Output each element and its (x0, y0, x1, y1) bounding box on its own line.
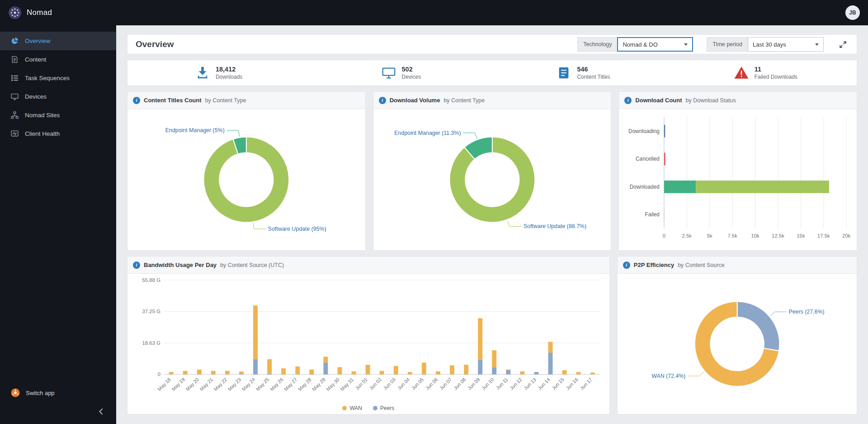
legend-dot (342, 406, 347, 410)
info-icon[interactable]: i (133, 97, 140, 104)
devices-icon (381, 65, 396, 81)
content-titles-icon (556, 65, 571, 81)
chevron-down-icon (684, 43, 688, 46)
sidebar-item-label: Task Sequences (25, 75, 70, 81)
technology-label: Technology (577, 37, 617, 52)
stat-downloads: 18,412 Downloads (127, 65, 310, 81)
legend-label: Peers (380, 405, 394, 411)
info-icon[interactable]: i (133, 262, 140, 269)
svg-text:Cancelled: Cancelled (636, 156, 660, 162)
stat-content-titles: 546 Content Titles (492, 65, 675, 81)
stat-label: Failed Downloads (755, 74, 797, 80)
app-title: Nomad (27, 8, 52, 17)
svg-text:Jun 05: Jun 05 (410, 376, 425, 391)
svg-text:5k: 5k (707, 233, 712, 238)
switch-app-button[interactable]: Switch app (0, 383, 116, 403)
stat-label: Downloads (216, 74, 242, 80)
page-title: Overview (136, 39, 174, 49)
card-title: P2P Efficiency (634, 262, 674, 268)
svg-text:37.25 G: 37.25 G (142, 309, 161, 314)
nomad-logo-icon (8, 6, 22, 19)
download-icon (195, 65, 210, 81)
svg-text:Software Update (88.7%): Software Update (88.7%) (524, 223, 586, 229)
svg-text:Failed: Failed (645, 211, 660, 218)
info-icon[interactable]: i (624, 97, 632, 104)
sidebar-item-nomad-sites[interactable]: Nomad Sites (0, 106, 116, 124)
svg-text:WAN (72.4%): WAN (72.4%) (651, 373, 685, 379)
svg-text:Jun 03: Jun 03 (382, 376, 397, 391)
card-header: i Content Titles Count by Content Type (127, 92, 365, 109)
monitor-icon (11, 93, 19, 100)
svg-text:7.5k: 7.5k (728, 233, 738, 238)
svg-text:Downloading: Downloading (628, 128, 660, 134)
svg-text:Endpoint Manager (5%): Endpoint Manager (5%) (165, 127, 225, 133)
svg-text:May 30: May 30 (325, 376, 340, 392)
technology-select[interactable]: Nomad & DO (617, 37, 693, 52)
legend-item-wan[interactable]: WAN (342, 405, 362, 411)
svg-text:May 29: May 29 (311, 376, 326, 392)
download-volume-donut-chart[interactable]: Software Update (88.7%)Endpoint Manager … (373, 109, 611, 250)
sidebar-item-content[interactable]: Content (0, 50, 116, 69)
card-title: Download Count (635, 97, 682, 104)
card-p2p-efficiency: i P2P Efficiency by Content Source Peers… (617, 256, 857, 414)
p2p-efficiency-donut-chart[interactable]: Peers (27.6%)WAN (72.4%) (618, 274, 857, 414)
svg-text:Jun 06: Jun 06 (425, 376, 439, 391)
card-download-volume: i Download Volume by Content Type Softwa… (373, 91, 612, 251)
svg-text:May 27: May 27 (283, 376, 298, 392)
sitemap-icon (11, 111, 19, 119)
svg-text:Jun 07: Jun 07 (439, 376, 453, 391)
svg-text:17.5k: 17.5k (817, 233, 830, 238)
svg-text:Jun 17: Jun 17 (579, 376, 594, 391)
brand: Nomad (8, 6, 52, 19)
content-titles-donut-chart[interactable]: Software Update (95%)Endpoint Manager (5… (127, 109, 365, 250)
svg-text:Jun 14: Jun 14 (537, 376, 551, 391)
page-header: Overview Technology Nomad & DO Time peri… (127, 34, 857, 54)
card-bandwidth-usage: i Bandwidth Usage Per Day by Content Sou… (127, 256, 610, 414)
stat-failed-downloads: 11 Failed Downloads (675, 65, 857, 81)
fullscreen-button[interactable] (837, 39, 849, 50)
svg-text:May 21: May 21 (198, 376, 214, 392)
info-icon[interactable]: i (623, 262, 630, 269)
card-header: i Download Volume by Content Type (373, 92, 611, 109)
time-period-filter: Time period Last 30 days (707, 37, 824, 52)
svg-text:20k: 20k (842, 233, 851, 238)
technology-selected-value: Nomad & DO (623, 41, 657, 48)
sidebar: Overview Content Task Sequences Devices (0, 25, 116, 424)
sidebar-item-client-health[interactable]: Client Health (0, 124, 116, 143)
stat-label: Content Titles (577, 74, 610, 80)
sidebar-collapse-button[interactable] (99, 408, 104, 415)
card-header: i P2P Efficiency by Content Source (618, 257, 857, 274)
stat-value: 18,412 (216, 66, 242, 73)
svg-text:15k: 15k (797, 233, 806, 238)
card-content-titles-count: i Content Titles Count by Content Type S… (127, 91, 366, 251)
sidebar-item-label: Devices (25, 93, 47, 100)
svg-text:Endpoint Manager (11.3%): Endpoint Manager (11.3%) (394, 130, 461, 136)
stat-label: Devices (402, 74, 421, 80)
legend-label: WAN (349, 405, 362, 411)
svg-text:0: 0 (158, 372, 160, 377)
time-period-select[interactable]: Last 30 days (748, 37, 824, 52)
svg-text:Jun 04: Jun 04 (396, 376, 411, 391)
health-pulse-icon (11, 130, 19, 138)
legend-item-peers[interactable]: Peers (373, 405, 394, 411)
svg-text:2.5k: 2.5k (682, 233, 692, 238)
sidebar-item-overview[interactable]: Overview (0, 32, 116, 50)
user-avatar[interactable]: JB (845, 5, 860, 20)
sidebar-item-task-sequences[interactable]: Task Sequences (0, 69, 116, 87)
svg-text:Jun 10: Jun 10 (481, 376, 495, 391)
svg-text:Peers (27.6%): Peers (27.6%) (789, 309, 825, 315)
topbar: Nomad JB (0, 0, 868, 25)
info-icon[interactable]: i (379, 97, 386, 104)
sidebar-item-label: Content (25, 56, 46, 63)
svg-text:May 18: May 18 (156, 376, 172, 392)
svg-text:May 24: May 24 (241, 376, 256, 392)
switch-app-label: Switch app (26, 390, 55, 396)
svg-text:May 23: May 23 (227, 376, 242, 392)
svg-text:Software Update (95%): Software Update (95%) (268, 226, 326, 232)
svg-text:May 19: May 19 (170, 376, 186, 392)
download-count-bar-chart[interactable]: 02.5k5k7.5k10k12.5k15k17.5k20kDownloadin… (619, 109, 857, 250)
bandwidth-usage-bar-chart[interactable]: 018.63 G37.25 G55.88 GMay 18May 19May 20… (127, 274, 609, 414)
sidebar-item-devices[interactable]: Devices (0, 87, 116, 106)
card-title: Content Titles Count (144, 97, 202, 104)
svg-text:Jun 02: Jun 02 (368, 376, 382, 391)
